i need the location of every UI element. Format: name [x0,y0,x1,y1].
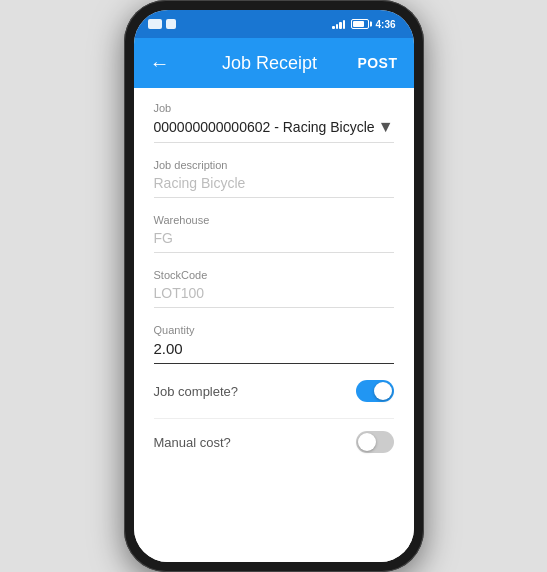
quantity-input[interactable]: 2.00 [154,340,394,364]
manual-cost-thumb [358,433,376,451]
job-complete-label: Job complete? [154,384,239,399]
quantity-field-group: Quantity 2.00 [154,324,394,364]
job-label: Job [154,102,394,114]
status-icons-right: 4:36 [332,19,395,30]
quantity-label: Quantity [154,324,394,336]
post-button[interactable]: POST [357,55,397,71]
app-header: ← Job Receipt POST [134,38,414,88]
manual-cost-label: Manual cost? [154,435,231,450]
signal-icon [332,19,345,29]
job-complete-toggle[interactable] [356,380,394,402]
job-dropdown[interactable]: 000000000000602 - Racing Bicycle ▼ [154,118,394,143]
job-complete-row: Job complete? [154,380,394,402]
page-title: Job Receipt [182,53,358,74]
wifi-icon [148,19,162,29]
form-content: Job 000000000000602 - Racing Bicycle ▼ J… [134,88,414,562]
bluetooth-icon [166,19,176,29]
job-value: 000000000000602 - Racing Bicycle [154,119,375,135]
job-description-field-group: Job description Racing Bicycle [154,159,394,198]
status-bar: 4:36 [134,10,414,38]
divider [154,418,394,419]
warehouse-field-group: Warehouse FG [154,214,394,253]
time-display: 4:36 [375,19,395,30]
warehouse-input[interactable]: FG [154,230,394,253]
back-button[interactable]: ← [150,53,170,73]
job-field-group: Job 000000000000602 - Racing Bicycle ▼ [154,102,394,143]
job-description-label: Job description [154,159,394,171]
manual-cost-row: Manual cost? [154,431,394,453]
stockcode-label: StockCode [154,269,394,281]
warehouse-label: Warehouse [154,214,394,226]
stockcode-field-group: StockCode LOT100 [154,269,394,308]
status-icons-left [148,19,176,29]
job-complete-thumb [374,382,392,400]
phone-screen: 4:36 ← Job Receipt POST Job 000000000000… [134,10,414,562]
dropdown-arrow-icon: ▼ [378,118,394,136]
job-description-input[interactable]: Racing Bicycle [154,175,394,198]
stockcode-input[interactable]: LOT100 [154,285,394,308]
battery-icon [351,19,369,29]
manual-cost-toggle[interactable] [356,431,394,453]
phone-frame: 4:36 ← Job Receipt POST Job 000000000000… [124,0,424,572]
